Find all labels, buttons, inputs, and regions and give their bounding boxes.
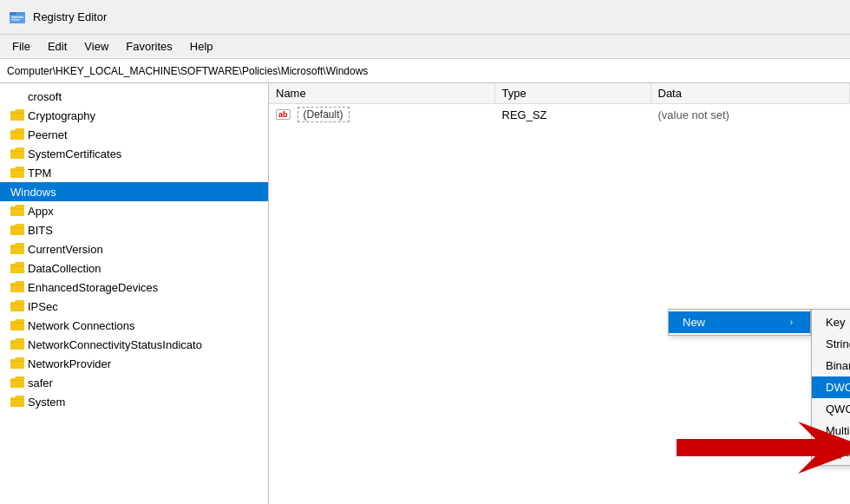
default-name: (Default)	[298, 107, 350, 122]
tree-item-label: EnhancedStorageDevices	[28, 281, 158, 294]
tree-item[interactable]: Peernet	[0, 125, 268, 144]
tree-item[interactable]: BITS	[0, 220, 268, 239]
svg-rect-2	[10, 12, 16, 15]
tree-item[interactable]: NetworkProvider	[0, 354, 268, 373]
tree-item-label: Windows	[10, 186, 56, 199]
tree-item-label: NetworkProvider	[28, 357, 111, 370]
cell-data: (value not set)	[651, 104, 850, 126]
window-title: Registry Editor	[33, 10, 107, 23]
table-row[interactable]: ab (Default) REG_SZ (value not set)	[269, 104, 850, 126]
submenu: Key String Value Binary Value DWORD (32-…	[811, 309, 850, 466]
registry-table: Name Type Data ab (Default) REG_SZ (valu…	[269, 83, 850, 125]
submenu-item-key[interactable]: Key	[812, 311, 850, 333]
context-menu-new: New ›	[668, 309, 811, 336]
right-panel: Name Type Data ab (Default) REG_SZ (valu…	[269, 83, 850, 504]
tree-item[interactable]: System	[0, 392, 268, 411]
svg-rect-4	[11, 19, 20, 21]
folder-icon	[10, 243, 24, 255]
tree-item[interactable]: NetworkConnectivityStatusIndicato	[0, 335, 268, 354]
tree-item[interactable]: SystemCertificates	[0, 144, 268, 163]
submenu-item-multi-string[interactable]: Multi-String Value	[812, 420, 850, 442]
tree-item-label: BITS	[28, 224, 53, 237]
folder-icon	[10, 357, 24, 370]
tree-item-label: NetworkConnectivityStatusIndicato	[28, 338, 202, 351]
main-area: crosoft Cryptography Peernet SystemCerti…	[0, 83, 850, 504]
tree-item-label: safer	[28, 376, 53, 389]
tree-item-label: DataCollection	[28, 262, 101, 275]
ab-icon: ab	[276, 109, 291, 120]
folder-icon	[10, 109, 24, 121]
menu-bar: File Edit View Favorites Help	[0, 35, 850, 59]
menu-favorites[interactable]: Favorites	[117, 38, 180, 55]
svg-rect-1	[10, 14, 25, 23]
folder-icon	[10, 167, 24, 179]
tree-item-label: Network Connections	[28, 319, 135, 332]
col-name: Name	[269, 83, 494, 104]
title-bar: Registry Editor	[0, 0, 850, 35]
tree-item[interactable]: safer	[0, 373, 268, 392]
tree-item[interactable]: TPM	[0, 163, 268, 182]
folder-icon	[10, 224, 24, 236]
address-bar: Computer\HKEY_LOCAL_MACHINE\SOFTWARE\Pol…	[0, 59, 850, 83]
svg-rect-3	[11, 16, 23, 18]
tree-item-label: IPSec	[28, 300, 58, 313]
submenu-item-expandable-string[interactable]: Expandable String Value	[812, 442, 850, 463]
tree-item[interactable]: DataCollection	[0, 259, 268, 278]
menu-file[interactable]: File	[3, 38, 39, 55]
col-data: Data	[651, 83, 850, 104]
folder-icon	[10, 319, 24, 331]
tree-item-label: CurrentVersion	[28, 243, 103, 256]
tree-item-label: Peernet	[28, 128, 68, 141]
app-icon	[9, 9, 26, 26]
folder-icon	[10, 396, 24, 408]
folder-icon	[10, 300, 24, 312]
folder-icon	[10, 128, 24, 141]
tree-item[interactable]: CurrentVersion	[0, 239, 268, 259]
col-type: Type	[494, 83, 651, 104]
submenu-arrow: ›	[790, 317, 793, 327]
submenu-item-string-value[interactable]: String Value	[812, 333, 850, 355]
menu-help[interactable]: Help	[181, 38, 222, 55]
tree-panel: crosoft Cryptography Peernet SystemCerti…	[0, 83, 269, 504]
submenu-item-binary-value[interactable]: Binary Value	[812, 355, 850, 376]
tree-item[interactable]: Appx	[0, 201, 268, 220]
tree-item[interactable]: EnhancedStorageDevices	[0, 278, 268, 297]
tree-item-label: SystemCertificates	[28, 147, 121, 160]
folder-icon	[10, 281, 24, 293]
folder-icon	[10, 338, 24, 350]
submenu-item-qword-value[interactable]: QWORD (64-bit) Value	[812, 398, 850, 420]
folder-icon	[10, 147, 24, 160]
tree-item[interactable]: crosoft	[0, 87, 268, 106]
menu-item-new[interactable]: New ›	[669, 311, 810, 333]
submenu-item-dword-value[interactable]: DWORD (32-bit) Value	[812, 376, 850, 398]
menu-edit[interactable]: Edit	[39, 38, 75, 55]
folder-icon	[10, 376, 24, 389]
tree-item[interactable]: Network Connections	[0, 316, 268, 335]
tree-item-label: Appx	[28, 205, 54, 218]
tree-item[interactable]: IPSec	[0, 297, 268, 316]
tree-item[interactable]: Cryptography	[0, 106, 268, 125]
cell-type: REG_SZ	[494, 104, 651, 126]
folder-icon	[10, 262, 24, 274]
cell-name: ab (Default)	[269, 104, 494, 126]
tree-item[interactable]: Windows	[0, 182, 268, 201]
tree-item-label: System	[28, 396, 65, 409]
menu-view[interactable]: View	[75, 38, 117, 55]
tree-item-label: Cryptography	[28, 109, 95, 122]
tree-item-label: TPM	[28, 167, 51, 180]
folder-icon	[10, 205, 24, 217]
address-path: Computer\HKEY_LOCAL_MACHINE\SOFTWARE\Pol…	[7, 65, 368, 77]
tree-item-label: crosoft	[28, 90, 62, 103]
